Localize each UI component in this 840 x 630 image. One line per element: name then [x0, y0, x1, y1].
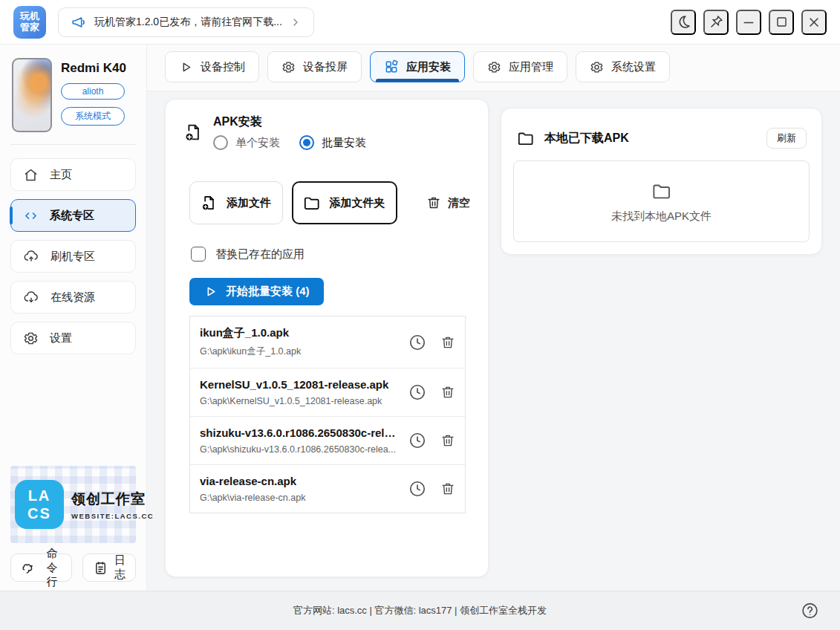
home-icon	[23, 167, 39, 183]
sidebar-item-flash-zone[interactable]: 刷机专区	[10, 240, 136, 273]
tab-app-install[interactable]: 应用安装	[370, 51, 465, 82]
app-logo-text-2: 管家	[20, 22, 39, 33]
command-line-label: 命令行	[42, 547, 62, 589]
sidebar-item-home[interactable]: 主页	[10, 158, 136, 191]
start-batch-install-button[interactable]: 开始批量安装 (4)	[189, 278, 324, 305]
folder-icon	[651, 180, 673, 202]
chevron-right-icon	[290, 16, 302, 28]
cloud-download-icon	[23, 289, 39, 305]
install-history-button[interactable]	[408, 479, 427, 499]
tab-app-manage[interactable]: 应用管理	[473, 51, 567, 82]
play-icon	[204, 285, 218, 299]
help-icon	[801, 602, 819, 620]
apk-file-path: G:\apk\via-release-cn.apk	[200, 493, 400, 503]
tab-screen-mirror[interactable]: 设备投屏	[267, 51, 362, 82]
sidebar-nav: 主页 系统专区 刷机专区	[10, 158, 136, 354]
trash-icon	[440, 432, 456, 449]
log-icon	[93, 560, 108, 576]
trash-icon	[426, 195, 442, 211]
sidebar-item-label: 设置	[50, 331, 72, 345]
sidebar-item-online-resources[interactable]: 在线资源	[10, 281, 136, 314]
pin-window-button[interactable]	[703, 10, 729, 35]
footer-text: 官方网站: lacs.cc | 官方微信: lacs177 | 领创工作室全栈开…	[293, 604, 547, 617]
delete-file-button[interactable]	[440, 432, 456, 449]
sidebar-item-label: 系统专区	[50, 209, 94, 223]
theme-toggle-button[interactable]	[671, 10, 696, 35]
main-area: 设备控制 设备投屏 应用安装	[147, 45, 840, 591]
trash-icon	[440, 481, 456, 497]
pin-icon	[709, 14, 724, 30]
log-label: 日志	[114, 553, 126, 582]
command-line-button[interactable]: 命令行	[10, 553, 72, 582]
sidebar-bottom-buttons: 命令行 日志	[10, 553, 136, 582]
replace-existing-label: 替换已存在的应用	[215, 247, 305, 262]
tab-system-settings[interactable]: 系统设置	[576, 51, 670, 82]
maximize-button[interactable]	[769, 10, 794, 35]
minimize-button[interactable]	[736, 10, 761, 35]
radio-batch-install[interactable]: 批量安装	[299, 135, 366, 150]
delete-file-button[interactable]	[440, 334, 456, 351]
announcement-banner[interactable]: 玩机管家1.2.0已发布，请前往官网下载...	[58, 7, 314, 37]
clock-icon	[408, 333, 427, 352]
device-mode-badge[interactable]: 系统模式	[61, 107, 125, 126]
sidebar-divider	[10, 144, 136, 145]
sidebar-item-system-zone[interactable]: 系统专区	[10, 199, 136, 232]
sidebar: Redmi K40 alioth 系统模式 主页 系统专区	[0, 45, 147, 591]
folder-icon	[302, 193, 322, 212]
tab-label: 设备控制	[201, 60, 245, 74]
trash-icon	[440, 384, 456, 400]
minimize-icon	[741, 15, 756, 30]
install-history-button[interactable]	[408, 383, 427, 402]
install-history-button[interactable]	[408, 431, 427, 450]
local-apk-title: 本地已下载APK	[544, 131, 758, 146]
gear-icon	[281, 60, 296, 74]
install-history-button[interactable]	[408, 333, 427, 352]
cloud-upload-icon	[23, 248, 39, 264]
radio-single-install[interactable]: 单个安装	[213, 135, 280, 150]
close-button[interactable]	[801, 10, 827, 35]
tab-label: 设备投屏	[303, 60, 348, 74]
tab-label: 系统设置	[611, 60, 656, 74]
lacs-logo-text-2: CS	[27, 504, 51, 522]
delete-file-button[interactable]	[440, 384, 456, 400]
refresh-button[interactable]: 刷新	[766, 128, 807, 149]
sidebar-item-label: 主页	[50, 168, 72, 182]
device-info: Redmi K40 alioth 系统模式	[12, 58, 134, 132]
trash-icon	[440, 334, 456, 351]
log-button[interactable]: 日志	[82, 553, 136, 582]
delete-file-button[interactable]	[440, 481, 456, 497]
close-icon	[807, 15, 821, 30]
studio-name: 领创工作室	[71, 490, 154, 509]
empty-state-text: 未找到本地APK文件	[611, 210, 712, 224]
app-window: 玩机 管家 玩机管家1.2.0已发布，请前往官网下载...	[0, 0, 840, 630]
sidebar-item-label: 在线资源	[51, 290, 95, 305]
gear-icon	[487, 60, 501, 74]
folder-icon	[516, 129, 535, 148]
radio-icon	[213, 135, 228, 150]
checkbox-icon[interactable]	[191, 247, 206, 262]
moon-icon	[676, 14, 691, 30]
title-bar: 玩机 管家 玩机管家1.2.0已发布，请前往官网下载...	[0, 0, 840, 45]
studio-watermark: LA CS 领创工作室 WEBSITE:LACS.CC	[10, 466, 136, 543]
add-file-button[interactable]: 添加文件	[189, 181, 283, 224]
file-plus-icon	[182, 121, 204, 143]
device-phone-image	[12, 58, 52, 132]
add-folder-button[interactable]: 添加文件夹	[292, 181, 397, 224]
apk-file-row: via-release-cn.apk G:\apk\via-release-cn…	[190, 465, 465, 513]
replace-existing-checkbox-row[interactable]: 替换已存在的应用	[191, 247, 475, 262]
sidebar-item-label: 刷机专区	[51, 250, 95, 264]
apk-install-panel: APK安装 单个安装 批量安装	[165, 99, 489, 577]
apk-file-path: G:\apk\KernelSU_v1.0.5_12081-release.apk	[200, 396, 400, 406]
command-line-icon	[21, 560, 36, 576]
device-codename-badge[interactable]: alioth	[61, 83, 125, 100]
clear-list-button[interactable]: 清空	[426, 195, 470, 211]
apk-file-row: ikun盒子_1.0.apk G:\apk\ikun盒子_1.0.apk	[190, 316, 465, 368]
clock-icon	[408, 383, 427, 402]
help-button[interactable]	[801, 602, 819, 620]
apk-file-row: shizuku-v13.6.0.r1086.2650830c-relea... …	[190, 417, 465, 465]
apk-file-path: G:\apk\ikun盒子_1.0.apk	[200, 345, 400, 358]
sidebar-item-settings[interactable]: 设置	[10, 322, 136, 354]
apk-file-list: ikun盒子_1.0.apk G:\apk\ikun盒子_1.0.apk	[189, 316, 466, 513]
announcement-text: 玩机管家1.2.0已发布，请前往官网下载...	[94, 16, 282, 29]
tab-device-control[interactable]: 设备控制	[165, 51, 259, 82]
